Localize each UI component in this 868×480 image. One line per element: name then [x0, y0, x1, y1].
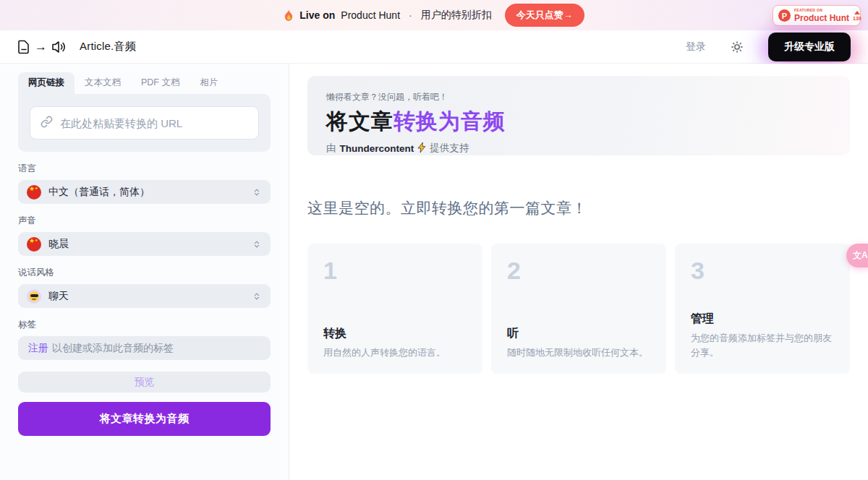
app-header: → Article.音频 登录 升级专业版 [0, 30, 868, 64]
tab-text-document[interactable]: 文本文档 [75, 72, 131, 94]
upvote-today-button[interactable]: 今天只点赞→ [505, 4, 584, 27]
url-input[interactable] [60, 117, 248, 129]
url-source-panel [18, 94, 271, 152]
tags-box: 注册 以创建或添加此音频的标签 [18, 336, 271, 360]
hero-title: 将文章转换为音频 [326, 107, 831, 137]
empty-state-heading: 这里是空的。立即转换您的第一篇文章！ [307, 198, 850, 218]
thundercontent-name: Thundercontent [340, 143, 414, 154]
preview-button[interactable]: 预览 [18, 372, 271, 393]
conversion-sidebar: 网页链接 文本文档 PDF 文档 相片 语言 ★★ 中文（普通话，简体） 声音 … [0, 64, 289, 480]
arrow-right-icon: → [35, 40, 47, 54]
banner-separator: · [409, 9, 412, 21]
convert-article-button[interactable]: 将文章转换为音频 [18, 402, 271, 436]
app-logo[interactable]: → Article.音频 [17, 40, 136, 54]
language-label: 语言 [18, 163, 271, 175]
card-convert: 1 转换 用自然的人声转换您的语言。 [307, 244, 482, 374]
speaking-style-value: 聊天 [48, 290, 244, 303]
sunglasses-emoji-icon [27, 289, 41, 304]
chevron-up-down-icon [252, 239, 262, 249]
app-title: Article.音频 [80, 40, 136, 53]
card-description: 为您的音频添加标签并与您的朋友分享。 [691, 331, 834, 359]
theme-toggle-sun-icon[interactable] [731, 40, 744, 53]
china-flag-icon: ★★ [27, 185, 41, 200]
banner-product-hunt-text: Product Hunt [341, 9, 400, 21]
hero-tagline: 懒得看文章？没问题，听着吧！ [326, 91, 831, 103]
speaking-style-label: 说话风格 [18, 267, 271, 279]
card-number: 1 [323, 257, 467, 285]
powered-by-line: 由 Thundercontent 提供支持 [326, 142, 831, 155]
onboarding-cards: 1 转换 用自然的人声转换您的语言。 2 听 随时随地无限制地收听任何文本。 3… [307, 244, 850, 374]
main-content: 懒得看文章？没问题，听着吧！ 将文章转换为音频 由 Thundercontent… [289, 64, 868, 480]
voice-value: 晓晨 [48, 238, 244, 251]
lightning-icon [417, 142, 426, 155]
speaker-icon [51, 40, 67, 54]
url-input-wrapper [30, 106, 259, 140]
chevron-up-down-icon [252, 291, 262, 301]
language-value: 中文（普通话，简体） [48, 186, 244, 199]
hero-card: 懒得看文章？没问题，听着吧！ 将文章转换为音频 由 Thundercontent… [307, 76, 850, 155]
register-link[interactable]: 注册 [28, 342, 48, 355]
card-title: 听 [507, 326, 650, 341]
tab-pdf-document[interactable]: PDF 文档 [131, 72, 190, 94]
card-title: 管理 [691, 312, 834, 327]
tab-photo[interactable]: 相片 [190, 72, 228, 94]
translate-widget[interactable]: 文A [846, 244, 868, 267]
card-description: 随时随地无限制地收听任何文本。 [507, 346, 650, 360]
card-title: 转换 [323, 326, 467, 341]
voice-label: 声音 [18, 215, 271, 227]
link-icon [41, 116, 53, 131]
flame-icon [284, 9, 294, 22]
banner-live-text: Live on [299, 9, 335, 21]
tags-hint-text: 以创建或添加此音频的标签 [52, 342, 174, 355]
document-icon [17, 40, 30, 54]
card-number: 3 [691, 257, 834, 285]
speaking-style-select[interactable]: 聊天 [18, 284, 271, 308]
upvote-triangle-icon [854, 11, 860, 14]
promo-banner: Live on Product Hunt · 用户的特别折扣 今天只点赞→ P … [0, 0, 868, 30]
ph-featured-label: FEATURED ON [794, 9, 849, 12]
product-hunt-logo-icon: P [778, 9, 791, 22]
tags-label: 标签 [18, 319, 271, 331]
card-listen: 2 听 随时随地无限制地收听任何文本。 [491, 244, 666, 374]
chevron-up-down-icon [252, 187, 262, 197]
upgrade-pro-button[interactable]: 升级专业版 [768, 33, 851, 61]
product-hunt-badge[interactable]: P FEATURED ON Product Hunt 139 [773, 5, 861, 26]
card-description: 用自然的人声转换您的语言。 [323, 346, 467, 360]
card-manage: 3 管理 为您的音频添加标签并与您的朋友分享。 [675, 244, 850, 374]
login-link[interactable]: 登录 [686, 40, 706, 53]
language-select[interactable]: ★★ 中文（普通话，简体） [18, 180, 271, 204]
voice-select[interactable]: ★★ 晓晨 [18, 232, 271, 256]
card-number: 2 [507, 257, 650, 285]
tab-web-link[interactable]: 网页链接 [18, 72, 75, 94]
ph-vote-count: 139 [853, 11, 861, 21]
china-flag-icon: ★★ [27, 237, 41, 252]
banner-discount-text: 用户的特别折扣 [421, 9, 492, 22]
source-tabs: 网页链接 文本文档 PDF 文档 相片 [18, 72, 271, 94]
hero-title-highlight: 转换为音频 [393, 109, 506, 133]
translate-icon: 文A [853, 249, 868, 262]
ph-name-label: Product Hunt [794, 14, 849, 22]
